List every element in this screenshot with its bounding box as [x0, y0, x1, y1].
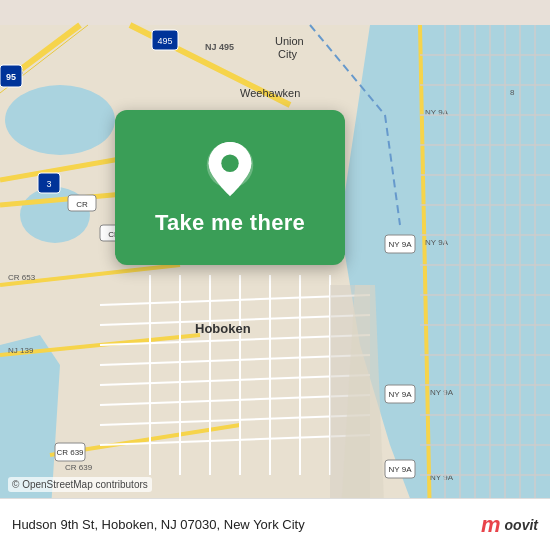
svg-text:CR: CR	[76, 200, 88, 209]
svg-text:NY 9A: NY 9A	[389, 465, 413, 474]
svg-text:NJ 495: NJ 495	[205, 42, 234, 52]
take-me-there-button[interactable]: Take me there	[115, 110, 345, 265]
svg-text:Weehawken: Weehawken	[240, 87, 300, 99]
map-copyright: © OpenStreetMap contributors	[8, 477, 152, 492]
moovit-logo-m: m	[481, 512, 501, 538]
moovit-logo: m oovit	[481, 512, 538, 538]
svg-text:NJ 139: NJ 139	[8, 346, 34, 355]
svg-text:Hoboken: Hoboken	[195, 321, 251, 336]
svg-text:NY 9A: NY 9A	[389, 390, 413, 399]
svg-text:95: 95	[6, 72, 16, 82]
bottom-info-bar: Hudson 9th St, Hoboken, NJ 07030, New Yo…	[0, 498, 550, 550]
svg-text:8: 8	[510, 88, 515, 97]
svg-text:NY 9A: NY 9A	[430, 388, 454, 397]
action-button-label: Take me there	[155, 210, 305, 236]
location-pin-icon	[204, 140, 256, 200]
svg-marker-4	[0, 335, 60, 525]
svg-text:NY 9A: NY 9A	[389, 240, 413, 249]
svg-text:CR 653: CR 653	[8, 273, 36, 282]
svg-text:495: 495	[157, 36, 172, 46]
svg-text:3: 3	[46, 179, 51, 189]
svg-text:Union: Union	[275, 35, 304, 47]
svg-point-2	[5, 85, 115, 155]
address-label: Hudson 9th St, Hoboken, NJ 07030, New Yo…	[12, 517, 481, 532]
svg-point-89	[221, 154, 238, 171]
svg-text:CR 639: CR 639	[56, 448, 84, 457]
map-container: I 95 NJ 495 CR 653 NJ 139 CR 639 NY 9A N…	[0, 0, 550, 550]
svg-text:CR 639: CR 639	[65, 463, 93, 472]
svg-text:City: City	[278, 48, 297, 60]
moovit-logo-text: oovit	[505, 517, 538, 533]
map-background: I 95 NJ 495 CR 653 NJ 139 CR 639 NY 9A N…	[0, 0, 550, 550]
